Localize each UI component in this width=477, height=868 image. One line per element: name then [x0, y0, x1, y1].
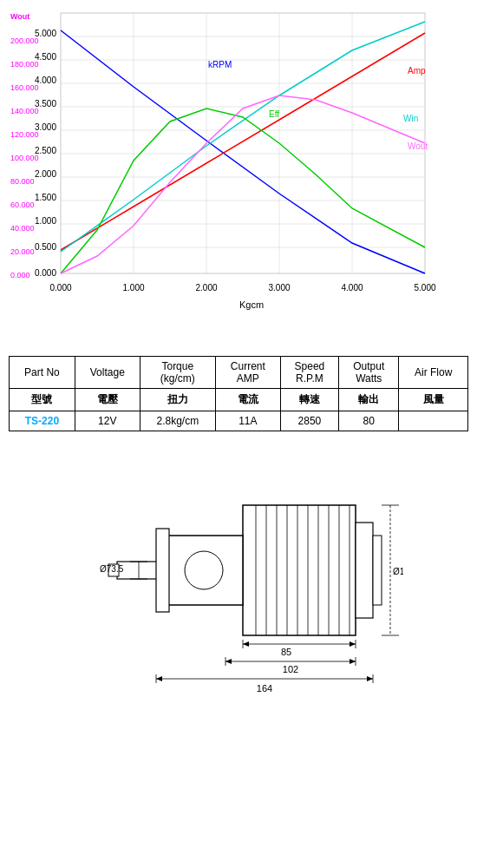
svg-text:4.000: 4.000: [341, 283, 363, 293]
th-voltage: Voltage: [75, 357, 140, 389]
td-speed: 2850: [280, 411, 338, 431]
td-partno: TS-220: [10, 411, 75, 431]
win-label: Win: [403, 114, 418, 123]
svg-rect-65: [356, 523, 373, 618]
svg-marker-86: [156, 676, 162, 681]
svg-text:0.000: 0.000: [10, 271, 30, 279]
td-torque: 2.8kg/cm: [140, 411, 215, 431]
th-cn-partno: 型號: [10, 389, 75, 411]
svg-text:0.000: 0.000: [49, 283, 71, 293]
svg-text:0.500: 0.500: [35, 242, 56, 252]
svg-rect-66: [373, 536, 382, 605]
diagram-section: Ø73.5 Ø139 85 102 164: [0, 440, 477, 709]
svg-text:60.000: 60.000: [10, 201, 35, 209]
svg-text:2.000: 2.000: [35, 169, 56, 179]
td-current: 11A: [215, 411, 280, 431]
svg-text:Kgcm: Kgcm: [239, 299, 264, 310]
svg-point-64: [185, 551, 223, 589]
table-section: Part No Voltage Torque(kg/cm) CurrentAMP…: [0, 339, 477, 440]
svg-rect-0: [61, 13, 425, 273]
td-output: 80: [339, 411, 399, 431]
th-cn-output: 輸出: [339, 389, 399, 411]
svg-text:20.000: 20.000: [10, 247, 35, 256]
svg-text:0.000: 0.000: [35, 268, 56, 278]
svg-text:160.000: 160.000: [10, 83, 39, 92]
svg-rect-49: [243, 505, 356, 635]
svg-text:2.000: 2.000: [195, 283, 217, 293]
svg-text:1.000: 1.000: [35, 216, 56, 226]
th-cn-torque: 扭力: [140, 389, 215, 411]
dim-d139-label: Ø139: [393, 567, 403, 576]
svg-marker-85: [350, 659, 356, 664]
svg-marker-83: [350, 641, 356, 647]
th-cn-current: 電流: [215, 389, 280, 411]
amp-label: Amp: [408, 66, 426, 76]
svg-text:Wout: Wout: [10, 12, 29, 21]
svg-text:180.000: 180.000: [10, 60, 39, 69]
svg-text:200.000: 200.000: [10, 36, 39, 45]
th-partno: Part No: [10, 357, 75, 389]
svg-text:40.000: 40.000: [10, 224, 35, 233]
th-output: OutputWatts: [339, 357, 399, 389]
th-airflow: Air Flow: [399, 357, 468, 389]
svg-text:120.000: 120.000: [10, 130, 39, 139]
wout-label: Wout: [408, 141, 428, 151]
td-airflow: [399, 411, 468, 431]
dimension-diagram: Ø73.5 Ø139 85 102 164: [74, 457, 403, 700]
th-cn-airflow: 風量: [399, 389, 468, 411]
svg-text:1.000: 1.000: [122, 283, 144, 293]
svg-text:80.000: 80.000: [10, 177, 35, 186]
td-voltage: 12V: [75, 411, 140, 431]
dim-102-label: 102: [283, 664, 298, 674]
th-current: CurrentAMP: [215, 357, 280, 389]
svg-rect-63: [156, 529, 169, 612]
svg-text:1.500: 1.500: [35, 193, 56, 202]
th-cn-voltage: 電壓: [75, 389, 140, 411]
svg-text:5.000: 5.000: [414, 283, 435, 293]
th-torque: Torque(kg/cm): [140, 357, 215, 389]
svg-text:140.000: 140.000: [10, 107, 39, 115]
svg-text:100.000: 100.000: [10, 154, 39, 162]
svg-marker-84: [225, 659, 232, 664]
table-row: TS-220 12V 2.8kg/cm 11A 2850 80: [10, 411, 468, 431]
eff-label: Eff: [269, 109, 279, 119]
svg-marker-82: [243, 641, 249, 647]
dim-164-label: 164: [257, 683, 272, 694]
dim-d735-label: Ø73.5: [100, 564, 124, 574]
performance-chart: 0.000 1.000 2.000 3.000 4.000 5.000 Kgcm…: [9, 9, 468, 330]
krpm-label: kRPM: [208, 60, 232, 69]
svg-text:3.000: 3.000: [268, 283, 290, 293]
th-cn-speed: 轉速: [280, 389, 338, 411]
svg-marker-87: [367, 676, 373, 681]
table-header-cn: 型號 電壓 扭力 電流 轉速 輸出 風量: [10, 389, 468, 411]
table-header-en: Part No Voltage Torque(kg/cm) CurrentAMP…: [10, 357, 468, 389]
dim-85-label: 85: [281, 647, 291, 657]
th-speed: SpeedR.P.M: [280, 357, 338, 389]
chart-section: 0.000 1.000 2.000 3.000 4.000 5.000 Kgcm…: [0, 0, 477, 339]
specs-table: Part No Voltage Torque(kg/cm) CurrentAMP…: [9, 356, 468, 431]
